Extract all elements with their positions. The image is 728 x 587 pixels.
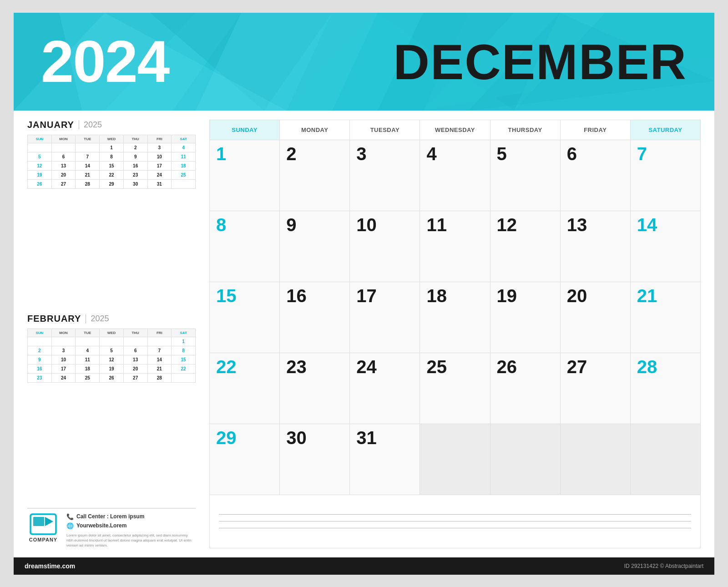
call-center-label: Call Center : Lorem ipsum — [76, 513, 144, 520]
table-row: 3 — [51, 346, 76, 355]
day-24: 24 — [350, 353, 420, 424]
table-row — [147, 337, 172, 346]
empty-cell-3 — [560, 424, 630, 495]
footer-section: COMPANY 📞 Call Center : Lorem ipsum 🌐 Yo… — [27, 508, 196, 548]
jan-fri-header: FRI — [147, 135, 172, 143]
day-4: 4 — [420, 140, 490, 211]
jan-sun-header: SUN — [28, 135, 52, 143]
globe-icon: 🌐 — [66, 522, 74, 529]
table-row: 21 — [76, 170, 100, 179]
feb-fri-header: FRI — [147, 329, 172, 337]
table-row — [28, 143, 52, 152]
table-row: 14 — [76, 161, 100, 170]
table-row: 22 — [100, 170, 124, 179]
table-row: 1 — [172, 337, 196, 346]
table-row: 19 — [100, 364, 124, 374]
table-row: 25 — [76, 374, 100, 383]
svg-marker-15 — [45, 517, 53, 526]
table-row: 21 — [147, 364, 172, 374]
table-row: 24 — [147, 170, 172, 179]
day-21: 21 — [630, 282, 700, 353]
month-section: DECEMBER — [196, 33, 714, 91]
company-name-label: COMPANY — [29, 537, 57, 542]
month-label: DECEMBER — [394, 33, 688, 91]
table-row: 20 — [51, 170, 76, 179]
table-row: 12 — [100, 355, 124, 364]
table-row: 11 — [76, 355, 100, 364]
main-calendar-table: SUNDAY MONDAY TUESDAY WEDNESDAY THURSDAY… — [209, 120, 701, 548]
table-row — [123, 337, 147, 346]
note-line-2 — [219, 521, 691, 521]
table-row: 7 — [76, 152, 100, 161]
year-section: 2024 — [14, 32, 196, 91]
table-row: 17 — [51, 364, 76, 374]
day-20: 20 — [560, 282, 630, 353]
note-line-3 — [219, 528, 691, 528]
table-row: 28 — [147, 374, 172, 383]
table-row: 17 — [147, 161, 172, 170]
jan-thu-header: THU — [123, 135, 147, 143]
svg-rect-14 — [33, 517, 44, 526]
table-row: 16 — [123, 161, 147, 170]
table-row: 6 — [51, 152, 76, 161]
table-row: 18 — [172, 161, 196, 170]
company-description: Lorem ipsum dolor sit amet, consectetur … — [66, 533, 196, 548]
day-27: 27 — [560, 353, 630, 424]
feb-wed-header: WED — [100, 329, 124, 337]
table-row: 27 — [123, 374, 147, 383]
table-row: 30 — [123, 179, 147, 188]
table-row: 3 — [147, 143, 172, 152]
day-30: 30 — [280, 424, 350, 495]
jan-sat-header: SAT — [172, 135, 196, 143]
day-29: 29 — [210, 424, 280, 495]
table-row: 9 — [123, 152, 147, 161]
table-row: 8 — [100, 152, 124, 161]
table-row: 22 — [172, 364, 196, 374]
table-row: 15 — [172, 355, 196, 364]
january-mini-calendar: JANUARY 2025 SUN MON TUE WED THU — [27, 120, 196, 302]
wednesday-column-header: WEDNESDAY — [420, 120, 490, 140]
note-line-1 — [219, 514, 691, 515]
day-12: 12 — [490, 211, 560, 282]
table-row — [172, 374, 196, 383]
table-row: 4 — [76, 346, 100, 355]
day-8: 8 — [210, 211, 280, 282]
calendar-header: 2024 DECEMBER — [14, 13, 714, 111]
day-10: 10 — [350, 211, 420, 282]
empty-cell-2 — [490, 424, 560, 495]
feb-month-label: FEBRUARY — [27, 314, 81, 324]
feb-sat-header: SAT — [172, 329, 196, 337]
day-31: 31 — [350, 424, 420, 495]
thursday-column-header: THURSDAY — [490, 120, 560, 140]
empty-cell-4 — [630, 424, 700, 495]
day-15: 15 — [210, 282, 280, 353]
right-panel: SUNDAY MONDAY TUESDAY WEDNESDAY THURSDAY… — [209, 120, 701, 548]
website-label: Yourwebsite.Lorem — [76, 522, 126, 529]
day-9: 9 — [280, 211, 350, 282]
table-row: 15 — [100, 161, 124, 170]
day-5: 5 — [490, 140, 560, 211]
day-16: 16 — [280, 282, 350, 353]
feb-sun-header: SUN — [28, 329, 52, 337]
table-row: 11 — [172, 152, 196, 161]
table-row: 8 — [172, 346, 196, 355]
table-row: 27 — [51, 179, 76, 188]
table-row: 10 — [51, 355, 76, 364]
table-row: 26 — [28, 179, 52, 188]
empty-cell-1 — [420, 424, 490, 495]
feb-year-label: 2025 — [91, 314, 109, 324]
table-row: 2 — [28, 346, 52, 355]
table-row: 31 — [147, 179, 172, 188]
table-row — [76, 143, 100, 152]
feb-mon-header: MON — [51, 329, 76, 337]
table-row: 9 — [28, 355, 52, 364]
notes-row — [210, 495, 701, 548]
table-row: 23 — [123, 170, 147, 179]
table-row: 20 — [123, 364, 147, 374]
friday-column-header: FRIDAY — [560, 120, 630, 140]
dreamstime-logo: dreamstime.com — [25, 562, 75, 570]
table-row: 1 — [100, 143, 124, 152]
table-row: 13 — [123, 355, 147, 364]
day-3: 3 — [350, 140, 420, 211]
table-row: 4 — [172, 143, 196, 152]
